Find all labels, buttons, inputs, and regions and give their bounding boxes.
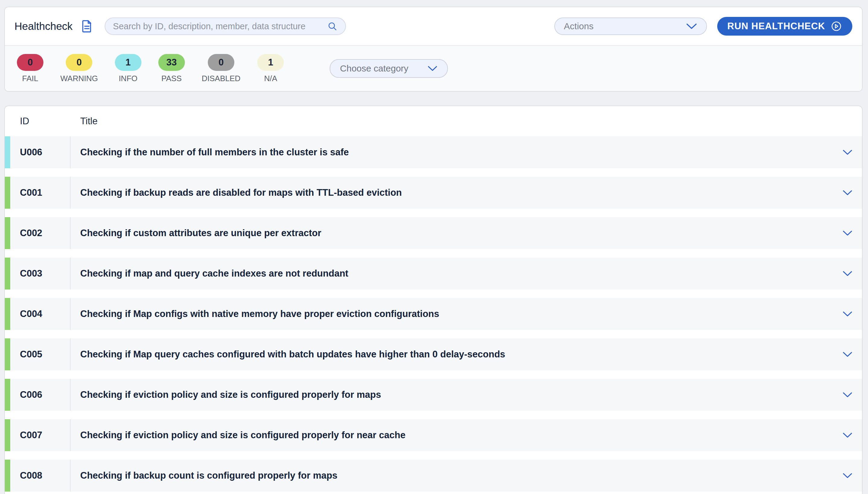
table-row[interactable]: C004Checking if Map configs with native … bbox=[5, 298, 862, 330]
row-status-stripe bbox=[5, 298, 10, 330]
row-status-stripe bbox=[5, 136, 10, 168]
chevron-down-icon bbox=[842, 432, 853, 438]
row-expand-button[interactable] bbox=[833, 379, 862, 411]
row-expand-button[interactable] bbox=[833, 217, 862, 249]
table-row[interactable]: U006Checking if the number of full membe… bbox=[5, 136, 862, 168]
toolbar-card: Healthcheck Actions bbox=[4, 7, 863, 92]
chevron-down-icon bbox=[842, 149, 853, 155]
row-id: U006 bbox=[10, 136, 71, 168]
page-title: Healthcheck bbox=[15, 20, 73, 32]
status-badge-label: INFO bbox=[119, 74, 137, 83]
table-row[interactable]: C003Checking if map and query cache inde… bbox=[5, 258, 862, 289]
status-badge-count: 1 bbox=[257, 54, 284, 71]
status-badges: 0FAIL0WARNING1INFO33PASS0DISABLED1N/A bbox=[17, 54, 301, 83]
row-status-stripe bbox=[5, 338, 10, 370]
status-badge-label: N/A bbox=[264, 74, 277, 83]
table-row[interactable]: C005Checking if Map query caches configu… bbox=[5, 338, 862, 370]
row-status-stripe bbox=[5, 177, 10, 209]
chevron-down-icon bbox=[686, 23, 697, 30]
row-expand-button[interactable] bbox=[833, 460, 862, 492]
table-row[interactable]: C002Checking if custom attributes are un… bbox=[5, 217, 862, 249]
table-row[interactable]: C006Checking if eviction policy and size… bbox=[5, 379, 862, 411]
search-icon bbox=[327, 21, 337, 31]
chevron-down-icon bbox=[842, 352, 853, 357]
search-input[interactable] bbox=[113, 21, 327, 31]
status-badge-count: 1 bbox=[115, 54, 141, 71]
table-row[interactable]: C007Checking if eviction policy and size… bbox=[5, 419, 862, 451]
row-status-stripe bbox=[5, 379, 10, 411]
chevron-down-icon bbox=[842, 473, 853, 479]
row-title: Checking if eviction policy and size is … bbox=[71, 419, 833, 451]
row-title: Checking if backup reads are disabled fo… bbox=[71, 177, 833, 209]
row-title: Checking if backup count is configured p… bbox=[71, 460, 833, 492]
chevron-down-icon bbox=[842, 311, 853, 317]
status-badge-info: 1INFO bbox=[115, 54, 141, 83]
status-badge-label: PASS bbox=[161, 74, 181, 83]
document-icon[interactable] bbox=[80, 19, 93, 34]
row-status-stripe bbox=[5, 217, 10, 249]
status-badge-pass: 33PASS bbox=[158, 54, 185, 83]
status-badge-count: 0 bbox=[66, 54, 92, 71]
status-badge-na: 1N/A bbox=[257, 54, 284, 83]
row-id: C003 bbox=[10, 258, 71, 289]
category-dropdown-label: Choose category bbox=[340, 63, 408, 74]
chevron-down-icon bbox=[842, 270, 853, 277]
table-body: U006Checking if the number of full membe… bbox=[5, 136, 862, 492]
row-status-stripe bbox=[5, 460, 10, 492]
row-title: Checking if Map configs with native memo… bbox=[71, 298, 833, 330]
run-healthcheck-label: RUN HEALTHCHECK bbox=[728, 21, 825, 32]
row-expand-button[interactable] bbox=[833, 419, 862, 451]
toolbar: Healthcheck Actions bbox=[5, 7, 862, 45]
row-id: C004 bbox=[10, 298, 71, 330]
play-circle-icon bbox=[831, 20, 842, 32]
status-badge-disabled: 0DISABLED bbox=[202, 54, 241, 83]
category-dropdown[interactable]: Choose category bbox=[330, 59, 448, 78]
search-box bbox=[105, 18, 346, 35]
chevron-down-icon bbox=[842, 190, 853, 196]
run-healthcheck-button[interactable]: RUN HEALTHCHECK bbox=[717, 17, 852, 36]
row-status-stripe bbox=[5, 258, 10, 289]
row-id: C002 bbox=[10, 217, 71, 249]
status-badge-fail: 0FAIL bbox=[17, 54, 43, 83]
table-header: ID Title bbox=[5, 106, 862, 136]
status-summary-bar: 0FAIL0WARNING1INFO33PASS0DISABLED1N/A Ch… bbox=[5, 46, 862, 91]
row-status-stripe bbox=[5, 419, 10, 451]
row-expand-button[interactable] bbox=[833, 298, 862, 330]
row-id: C008 bbox=[10, 460, 71, 492]
row-title: Checking if map and query cache indexes … bbox=[71, 258, 833, 289]
status-badge-label: DISABLED bbox=[202, 74, 241, 83]
row-title: Checking if eviction policy and size is … bbox=[71, 379, 833, 411]
actions-dropdown[interactable]: Actions bbox=[554, 18, 707, 35]
chevron-down-icon bbox=[842, 392, 853, 398]
row-title: Checking if custom attributes are unique… bbox=[71, 217, 833, 249]
chevron-down-icon bbox=[427, 65, 438, 72]
row-id: C007 bbox=[10, 419, 71, 451]
row-title: Checking if Map query caches configured … bbox=[71, 338, 833, 370]
status-badge-count: 33 bbox=[158, 54, 185, 71]
actions-dropdown-label: Actions bbox=[564, 21, 594, 31]
healthcheck-table-card: ID Title U006Checking if the number of f… bbox=[4, 106, 863, 494]
row-title: Checking if the number of full members i… bbox=[71, 136, 833, 168]
status-badge-label: WARNING bbox=[60, 74, 98, 83]
table-row[interactable]: C008Checking if backup count is configur… bbox=[5, 460, 862, 492]
row-id: C001 bbox=[10, 177, 71, 209]
chevron-down-icon bbox=[842, 230, 853, 236]
column-header-id[interactable]: ID bbox=[10, 106, 71, 136]
row-expand-button[interactable] bbox=[833, 258, 862, 289]
row-expand-button[interactable] bbox=[833, 177, 862, 209]
column-header-title[interactable]: Title bbox=[71, 106, 862, 136]
row-expand-button[interactable] bbox=[833, 136, 862, 168]
row-expand-button[interactable] bbox=[833, 338, 862, 370]
row-id: C005 bbox=[10, 338, 71, 370]
status-badge-count: 0 bbox=[17, 54, 43, 71]
status-badge-warning: 0WARNING bbox=[60, 54, 98, 83]
status-badge-label: FAIL bbox=[22, 74, 38, 83]
table-row[interactable]: C001Checking if backup reads are disable… bbox=[5, 177, 862, 209]
row-id: C006 bbox=[10, 379, 71, 411]
status-badge-count: 0 bbox=[208, 54, 234, 71]
